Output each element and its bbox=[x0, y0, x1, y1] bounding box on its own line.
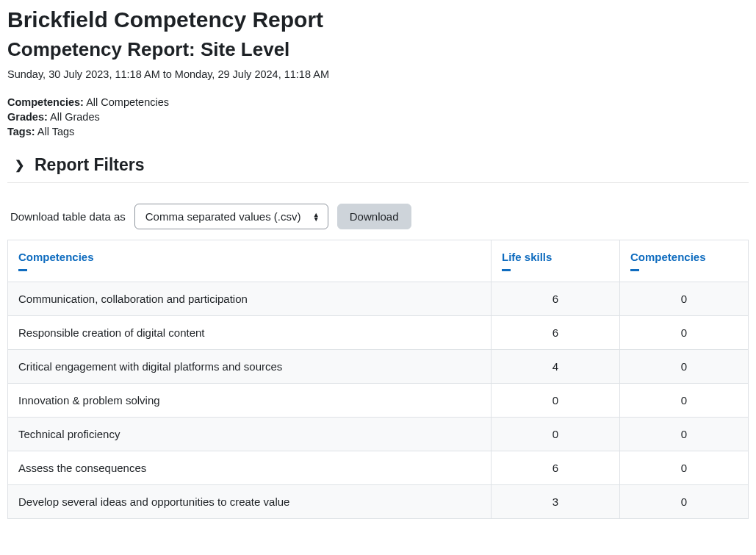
cell-life-skills: 6 bbox=[492, 316, 620, 350]
cell-competencies: 0 bbox=[620, 350, 749, 384]
cell-competencies: 0 bbox=[620, 451, 749, 485]
report-filters-heading: Report Filters bbox=[35, 155, 145, 175]
meta-grades-value: All Grades bbox=[50, 111, 100, 123]
date-range: Sunday, 30 July 2023, 11:18 AM to Monday… bbox=[7, 68, 749, 80]
chevron-right-icon: ❯ bbox=[15, 158, 24, 172]
table-row: Assess the consequences 6 0 bbox=[8, 451, 749, 485]
cell-competencies: 0 bbox=[620, 282, 749, 316]
cell-life-skills: 4 bbox=[492, 350, 620, 384]
meta-tags: Tags: All Tags bbox=[7, 126, 749, 137]
table-row: Technical proficiency 0 0 bbox=[8, 418, 749, 451]
meta-competencies-value: All Competencies bbox=[86, 96, 169, 108]
cell-name: Innovation & problem solving bbox=[8, 384, 492, 418]
col-header-competencies-label: Competencies bbox=[18, 251, 94, 263]
cell-competencies: 0 bbox=[620, 418, 749, 451]
meta-tags-label: Tags: bbox=[7, 126, 35, 137]
meta-competencies-label: Competencies: bbox=[7, 96, 84, 108]
cell-competencies: 0 bbox=[620, 316, 749, 350]
cell-name: Critical engagement with digital platfor… bbox=[8, 350, 492, 384]
sort-indicator-icon bbox=[630, 269, 639, 271]
cell-competencies: 0 bbox=[620, 384, 749, 418]
cell-name: Develop several ideas and opportunities … bbox=[8, 485, 492, 519]
download-row: Download table data as Comma separated v… bbox=[7, 204, 749, 229]
cell-life-skills: 3 bbox=[492, 485, 620, 519]
table-row: Innovation & problem solving 0 0 bbox=[8, 384, 749, 418]
meta-tags-value: All Tags bbox=[37, 126, 75, 137]
col-header-competencies[interactable]: Competencies bbox=[8, 240, 492, 282]
table-row: Develop several ideas and opportunities … bbox=[8, 485, 749, 519]
table-row: Critical engagement with digital platfor… bbox=[8, 350, 749, 384]
meta-grades: Grades: All Grades bbox=[7, 111, 749, 123]
cell-life-skills: 6 bbox=[492, 451, 620, 485]
cell-name: Assess the consequences bbox=[8, 451, 492, 485]
cell-life-skills: 0 bbox=[492, 418, 620, 451]
col-header-life-skills-label: Life skills bbox=[502, 251, 552, 263]
cell-name: Technical proficiency bbox=[8, 418, 492, 451]
cell-life-skills: 0 bbox=[492, 384, 620, 418]
download-format-select[interactable]: Comma separated values (.csv) bbox=[134, 204, 328, 229]
cell-name: Communication, collaboration and partici… bbox=[8, 282, 492, 316]
sort-indicator-icon bbox=[502, 269, 511, 271]
col-header-competencies-2-label: Competencies bbox=[630, 251, 706, 263]
meta-grades-label: Grades: bbox=[7, 111, 48, 123]
cell-competencies: 0 bbox=[620, 485, 749, 519]
download-label: Download table data as bbox=[10, 210, 126, 223]
col-header-life-skills[interactable]: Life skills bbox=[492, 240, 620, 282]
report-subtitle: Competency Report: Site Level bbox=[7, 38, 749, 61]
col-header-competencies-2[interactable]: Competencies bbox=[620, 240, 749, 282]
table-row: Responsible creation of digital content … bbox=[8, 316, 749, 350]
meta-competencies: Competencies: All Competencies bbox=[7, 96, 749, 108]
cell-life-skills: 6 bbox=[492, 282, 620, 316]
report-filters-toggle[interactable]: ❯ Report Filters bbox=[7, 155, 749, 175]
table-row: Communication, collaboration and partici… bbox=[8, 282, 749, 316]
page-title: Brickfield Competency Report bbox=[7, 7, 749, 32]
cell-name: Responsible creation of digital content bbox=[8, 316, 492, 350]
download-button[interactable]: Download bbox=[337, 204, 411, 229]
sort-indicator-icon bbox=[18, 269, 27, 271]
divider bbox=[7, 182, 749, 183]
competency-table: Competencies Life skills Competencies Co… bbox=[7, 240, 749, 519]
table-body: Communication, collaboration and partici… bbox=[8, 282, 749, 519]
